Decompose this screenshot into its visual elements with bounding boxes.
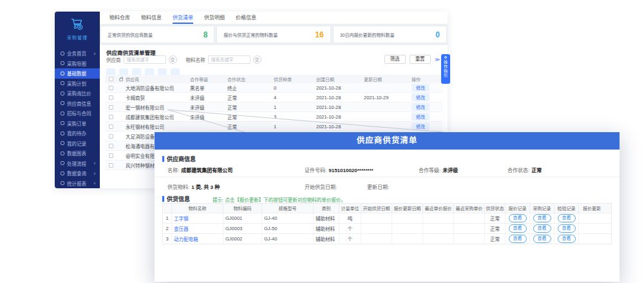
row-checkbox[interactable] <box>109 105 113 110</box>
cell-created: 2021-10-28 <box>316 104 364 110</box>
reset-button[interactable]: 重置 <box>410 55 431 64</box>
filter-input[interactable] <box>208 55 251 64</box>
col-material-code: 物料编码 <box>223 204 262 213</box>
row-checkbox[interactable] <box>109 95 113 100</box>
sidebar-item[interactable]: 我的记录 ∨ <box>55 139 100 149</box>
view-inspect-record-button[interactable]: 查看 <box>558 224 576 233</box>
sidebar-item[interactable]: 处理流程 ∨ <box>55 159 100 169</box>
col-created: 创建日期 <box>316 76 364 83</box>
stat-label: 30日内报价更新的物料数量 <box>340 32 395 38</box>
view-purchase-record-button[interactable]: 查看 <box>533 214 551 222</box>
cell-code: GJ0003 <box>223 224 262 233</box>
empty-filter-toggle[interactable]: 空 <box>253 55 261 64</box>
cell-start-date <box>361 213 392 223</box>
todo-icon <box>61 132 64 135</box>
col-status: 合作状态 <box>227 76 274 83</box>
cell-quote-date <box>392 213 423 223</box>
tab-label: 供货明细 <box>204 12 225 24</box>
sidebar-item-label: 采购订单 <box>67 120 86 127</box>
col-spec: 规格型号 <box>262 204 314 213</box>
supply-list-modal: 供应商供货清单 供应商信息 名称:成都建筑集团有限公司 证件号码:9151010… <box>155 132 620 282</box>
material-name-link[interactable]: 变压器 <box>174 225 189 232</box>
filter-button[interactable]: 筛选 <box>384 55 406 64</box>
view-quote-record-button[interactable]: 查看 <box>509 214 527 222</box>
cell-created: 2021-10-28 <box>316 85 364 91</box>
table-row: 永旺钢材有限公司 正常 1 2021-10-28 修改 <box>105 122 442 132</box>
empty-filter-toggle[interactable]: 空 <box>169 55 177 64</box>
select-all-checkbox[interactable] <box>109 77 113 81</box>
sidebar-item[interactable]: 统计报表 ∨ <box>55 179 100 189</box>
tab[interactable]: 供货明细 <box>204 12 225 24</box>
supplier-info-row2: 供货物料:1 类, 共 3 种 开始供货日期: 更新日期: <box>155 181 620 194</box>
row-checkbox[interactable] <box>109 134 113 139</box>
sidebar-item[interactable]: 我的待办 ∨ <box>55 128 100 139</box>
col-start-date: 开始供货日期 <box>361 204 392 213</box>
cell-last-quote <box>423 234 454 244</box>
cell-supplier: 成都建筑集团有限公司 <box>126 113 190 121</box>
field-cert: 证件号码:9151010020******** <box>305 166 374 173</box>
sidebar-item[interactable]: 供应商信息 ∨ <box>55 99 100 109</box>
tab[interactable]: 物料仓库 <box>109 12 130 24</box>
material-row: 1 工字钢 GJ0001 GJ-40 辅助材料 吨 正常 查看 查看 查看 <box>163 213 611 223</box>
cell-start-date <box>361 234 392 244</box>
view-inspect-record-button[interactable]: 查看 <box>558 214 576 222</box>
app-logo: 采购管理 <box>55 12 100 41</box>
supplier-info-row1: 名称:成都建筑集团有限公司 证件号码:9151010020******** 合作… <box>155 164 620 177</box>
sidebar-item[interactable]: 招标与合同 ∨ <box>55 108 100 119</box>
record-icon <box>61 141 64 145</box>
filter-group: 物料名称 空 <box>186 55 261 64</box>
tab[interactable]: 价格信息 <box>236 12 256 24</box>
tab[interactable]: 供货清单 <box>173 12 193 24</box>
cell-updated: 2021-10-29 <box>364 95 412 101</box>
guide-icon <box>444 56 447 59</box>
view-purchase-record-button[interactable]: 查看 <box>533 235 551 243</box>
sidebar-item-label: 供应商信息 <box>67 100 91 107</box>
sidebar-item[interactable]: 采购导图 ∨ <box>55 59 100 69</box>
stat-value: 0 <box>435 30 440 39</box>
table-row: 成都建筑集团有限公司 未评级 正常 3 2021-10-28 修改 <box>105 112 442 122</box>
view-quote-record-button[interactable]: 查看 <box>509 224 527 233</box>
sidebar-item[interactable]: 数据查询 ∨ <box>55 168 100 179</box>
view-inspect-record-button[interactable]: 查看 <box>558 235 576 243</box>
cell-status: 正常 <box>227 104 274 111</box>
col-supply-status: 供货状态 <box>485 204 506 213</box>
tab[interactable]: 物料信息 <box>141 12 162 24</box>
stat-label: 报价与供货正常的物料数量 <box>223 32 278 38</box>
col-supplier: 供应商 <box>126 76 190 83</box>
view-purchase-record-button[interactable]: 查看 <box>533 224 551 233</box>
col-quote-update: 报价更新 <box>579 204 605 213</box>
row-checkbox[interactable] <box>109 153 113 158</box>
material-name-link[interactable]: 工字钢 <box>174 215 189 222</box>
edit-button[interactable]: 修改 <box>412 93 430 101</box>
modal-title: 供应商供货清单 <box>155 132 620 150</box>
guide-side-tab[interactable]: 操作指引 <box>441 54 450 84</box>
row-checkbox[interactable] <box>109 115 113 119</box>
filter-label: 物料名称 <box>186 56 205 63</box>
cell-supply-status: 正常 <box>485 234 506 244</box>
collapse-filters-icon[interactable]: ≫ <box>435 57 440 63</box>
sidebar-item[interactable]: 采购计划 ∨ <box>55 79 100 89</box>
field-name: 名称:成都建筑集团有限公司 <box>167 166 232 173</box>
edit-button[interactable]: 修改 <box>412 122 430 130</box>
sidebar-item[interactable]: 采购询比价 ∨ <box>55 88 100 99</box>
row-checkbox[interactable] <box>109 144 113 148</box>
edit-button[interactable]: 修改 <box>412 103 430 111</box>
edit-button[interactable]: 修改 <box>412 113 430 121</box>
row-checkbox[interactable] <box>109 124 113 129</box>
cell-code: GJ0001 <box>223 213 262 223</box>
sidebar-item[interactable]: 业务首页 ∨ <box>55 48 100 59</box>
material-row: 2 变压器 GJ0003 GJ-50 辅助材料 个 正常 查看 查看 查看 <box>163 223 611 233</box>
sidebar-item[interactable]: 采购订单 ∨ <box>55 119 100 129</box>
view-quote-record-button[interactable]: 查看 <box>509 235 527 243</box>
row-checkbox[interactable] <box>109 163 113 168</box>
edit-button[interactable]: 修改 <box>412 84 430 92</box>
material-name-link[interactable]: 动力配电箱 <box>174 235 198 242</box>
cell-kinds: 3 <box>274 114 316 120</box>
filter-input[interactable] <box>124 55 166 64</box>
sidebar-item[interactable]: 数据图表 ∨ <box>55 148 100 159</box>
sidebar-item-label: 数据图表 <box>67 150 86 157</box>
sidebar-item[interactable]: 基础数据 ∨ <box>55 68 100 79</box>
row-checkbox[interactable] <box>109 86 113 90</box>
sidebar-item-label: 采购导图 <box>67 60 86 67</box>
stat-card: 正常供货的供应商数量 8 <box>100 26 214 43</box>
